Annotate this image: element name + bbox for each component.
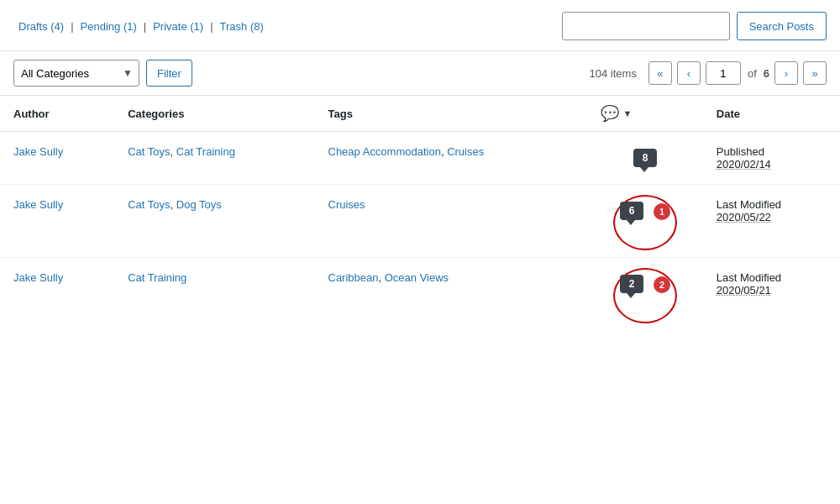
col-tags: Tags — [315, 96, 588, 132]
comment-bubble-icon: 💬 — [601, 104, 619, 123]
tag-link[interactable]: Ocean Views — [385, 271, 449, 284]
col-comments: 💬 ▼ — [587, 96, 702, 132]
category-link[interactable]: Cat Training — [128, 271, 186, 284]
table-row: Jake SullyCat Toys, Dog ToysCruises61Las… — [0, 185, 840, 258]
cell-author: Jake Sully — [0, 185, 114, 258]
cell-date: Last Modified2020/05/21 — [703, 258, 840, 331]
comment-bubble-group[interactable]: 61 — [620, 202, 670, 244]
tag-link[interactable]: Cruises — [447, 145, 484, 158]
page-wrapper: Drafts (4) | Pending (1) | Private (1) |… — [0, 0, 840, 504]
total-pages: 6 — [764, 67, 769, 80]
date-status: Last Modified — [717, 271, 827, 284]
cell-tags: Caribbean, Ocean Views — [315, 258, 588, 331]
col-categories: Categories — [114, 96, 314, 132]
table-row: Jake SullyCat TrainingCaribbean, Ocean V… — [0, 258, 840, 331]
cell-comments: 61 — [587, 185, 702, 258]
tag-link[interactable]: Caribbean — [328, 271, 379, 284]
comment-bubble-group[interactable]: 22 — [620, 275, 670, 317]
pagination-area: 104 items « ‹ 1 of 6 › » — [590, 61, 827, 85]
category-link[interactable]: Cat Toys — [128, 145, 170, 158]
sep1: | — [71, 20, 73, 33]
status-link-private[interactable]: Private (1) — [148, 20, 208, 33]
sep2: | — [144, 20, 146, 33]
next-page-button[interactable]: › — [774, 61, 798, 85]
status-link-drafts[interactable]: Drafts (4) — [13, 20, 69, 33]
cell-author: Jake Sully — [0, 132, 114, 185]
posts-table: Author Categories Tags 💬 ▼ Date Jake Sul… — [0, 96, 840, 330]
date-status: Last Modified — [717, 198, 827, 211]
last-page-button[interactable]: » — [803, 61, 827, 85]
date-value: 2020/05/21 — [717, 284, 827, 297]
filter-left: All Categories ▼ Filter — [13, 60, 192, 87]
category-link[interactable]: Cat Toys — [128, 198, 170, 211]
col-date: Date — [703, 96, 840, 132]
author-link[interactable]: Jake Sully — [13, 271, 63, 284]
category-link[interactable]: Dog Toys — [176, 198, 222, 211]
date-value: 2020/05/22 — [717, 211, 827, 223]
of-label: of — [748, 67, 757, 80]
filter-bar: All Categories ▼ Filter 104 items « ‹ 1 … — [0, 51, 840, 96]
prev-page-button[interactable]: ‹ — [677, 61, 701, 85]
status-links: Drafts (4) | Pending (1) | Private (1) |… — [13, 20, 269, 33]
tag-link[interactable]: Cruises — [328, 198, 365, 211]
date-status: Published — [717, 145, 827, 158]
cell-tags: Cruises — [315, 185, 588, 258]
category-select[interactable]: All Categories — [13, 60, 139, 87]
cell-categories: Cat Training — [114, 258, 314, 331]
category-select-wrapper: All Categories ▼ — [13, 60, 139, 87]
current-page-input[interactable]: 1 — [706, 61, 741, 85]
search-input[interactable] — [562, 12, 730, 40]
col-author: Author — [0, 96, 114, 132]
filter-button[interactable]: Filter — [146, 60, 192, 87]
cell-comments: 8 — [587, 132, 702, 185]
cell-comments: 22 — [587, 258, 702, 331]
first-page-button[interactable]: « — [648, 61, 672, 85]
cell-date: Published2020/02/14 — [703, 132, 840, 185]
comment-bubble-single[interactable]: 8 — [633, 149, 657, 167]
tag-link[interactable]: Cheap Accommodation — [328, 145, 441, 158]
table-row: Jake SullyCat Toys, Cat TrainingCheap Ac… — [0, 132, 840, 185]
cell-categories: Cat Toys, Cat Training — [114, 132, 314, 185]
date-value: 2020/02/14 — [717, 158, 827, 171]
author-link[interactable]: Jake Sully — [13, 198, 63, 211]
status-link-trash[interactable]: Trash (8) — [215, 20, 269, 33]
cell-date: Last Modified2020/05/22 — [703, 185, 840, 258]
cell-tags: Cheap Accommodation, Cruises — [315, 132, 588, 185]
search-posts-button[interactable]: Search Posts — [737, 12, 827, 40]
items-count: 104 items — [590, 67, 637, 80]
category-link[interactable]: Cat Training — [176, 145, 235, 158]
cell-categories: Cat Toys, Dog Toys — [114, 185, 314, 258]
cell-author: Jake Sully — [0, 258, 114, 331]
author-link[interactable]: Jake Sully — [13, 145, 63, 158]
status-link-pending[interactable]: Pending (1) — [76, 20, 142, 33]
search-area: Search Posts — [562, 12, 827, 40]
comment-sort-icon[interactable]: ▼ — [622, 108, 632, 118]
top-bar: Drafts (4) | Pending (1) | Private (1) |… — [0, 0, 840, 51]
sep3: | — [210, 20, 213, 33]
